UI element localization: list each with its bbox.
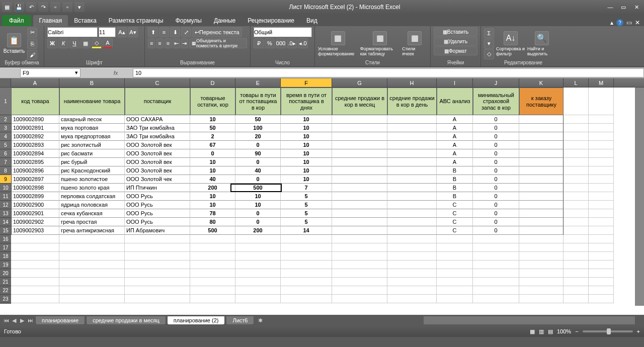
cell[interactable] [519, 235, 564, 243]
cell[interactable] [519, 115, 564, 124]
cell[interactable]: 80 [190, 218, 235, 226]
cell[interactable]: 1009002891 [11, 124, 59, 132]
cell[interactable] [589, 88, 614, 115]
cell[interactable]: C [437, 201, 473, 209]
cell[interactable] [190, 235, 235, 243]
bold-button[interactable]: Ж [47, 38, 57, 48]
cell[interactable] [564, 158, 589, 166]
cell[interactable] [387, 261, 437, 269]
cell[interactable] [437, 269, 473, 278]
cell[interactable] [332, 149, 387, 158]
select-all-corner[interactable] [0, 78, 11, 87]
cell[interactable]: ИП Птичкин [125, 184, 190, 192]
cell[interactable]: 50 [190, 124, 235, 132]
row-header[interactable]: 16 [0, 235, 11, 243]
cell[interactable]: 10 [190, 166, 235, 175]
cell[interactable] [564, 209, 589, 218]
cell[interactable] [387, 269, 437, 278]
row-header[interactable]: 3 [0, 124, 11, 132]
maximize-icon[interactable]: ▭ [618, 3, 629, 12]
cell[interactable] [473, 286, 519, 295]
cell[interactable] [332, 141, 387, 149]
cell[interactable] [589, 209, 614, 218]
cell[interactable]: перловка солдатская [59, 192, 125, 201]
cell[interactable] [387, 158, 437, 166]
layout-tab[interactable]: Разметка страницы [103, 15, 170, 26]
cell[interactable] [332, 158, 387, 166]
cell[interactable]: 1009002896 [11, 166, 59, 175]
row-header[interactable]: 20 [0, 269, 11, 278]
cell[interactable]: C [437, 218, 473, 226]
cell[interactable] [59, 243, 125, 252]
cell[interactable]: средние продажи в кор в день [387, 88, 437, 115]
cell[interactable] [59, 286, 125, 295]
cell[interactable] [125, 269, 190, 278]
decrease-font-icon[interactable]: A▾ [128, 27, 138, 37]
zoom-slider[interactable] [583, 330, 633, 332]
sort-filter-button[interactable]: A↓Сортировка и фильтр [496, 31, 525, 56]
cell[interactable]: 5 [281, 201, 332, 209]
cell[interactable] [332, 132, 387, 141]
cell[interactable] [564, 278, 589, 286]
cell[interactable]: время в пути от поставщика в днях [281, 88, 332, 115]
new-sheet-icon[interactable]: ✱ [256, 316, 264, 324]
cell[interactable] [564, 88, 589, 115]
cell[interactable] [564, 201, 589, 209]
autosum-icon[interactable]: Σ [484, 28, 494, 38]
cell[interactable] [437, 261, 473, 269]
row-header[interactable]: 5 [0, 141, 11, 149]
formulas-tab[interactable]: Формулы [170, 15, 208, 26]
cell[interactable] [190, 269, 235, 278]
cell[interactable]: ООО Русь [125, 201, 190, 209]
cell[interactable] [437, 243, 473, 252]
view-tab[interactable]: Вид [300, 15, 324, 26]
file-tab[interactable]: Файл [2, 15, 31, 26]
currency-icon[interactable]: ₽ [254, 38, 264, 48]
sheet-tab[interactable]: планирование (2) [167, 316, 225, 325]
cell[interactable] [11, 295, 59, 303]
underline-button[interactable]: Ч [69, 38, 79, 48]
cell[interactable] [473, 235, 519, 243]
row-header[interactable]: 6 [0, 149, 11, 158]
decrease-indent-icon[interactable]: ⇤ [173, 38, 180, 48]
cell[interactable]: A [437, 132, 473, 141]
cell[interactable]: ООО Золотой век [125, 141, 190, 149]
cell[interactable]: ядрица половская [59, 201, 125, 209]
cell[interactable] [564, 141, 589, 149]
cell[interactable] [387, 278, 437, 286]
cell-styles-button[interactable]: ▦Стили ячеек [402, 31, 427, 56]
orientation-icon[interactable]: ⤢ [181, 27, 191, 37]
cell[interactable]: 0 [473, 226, 519, 235]
cell[interactable] [473, 278, 519, 286]
cell[interactable]: греча антикризисная [59, 226, 125, 235]
cell[interactable] [589, 184, 614, 192]
delete-cells-button[interactable]: ▦ Удалить [434, 37, 477, 46]
qat-btn[interactable]: ▫ [50, 2, 60, 12]
clear-icon[interactable]: ◇ [484, 49, 494, 59]
home-tab[interactable]: Главная [33, 15, 68, 26]
cell[interactable] [190, 243, 235, 252]
window-close-icon[interactable]: ✕ [635, 19, 640, 26]
cell[interactable]: A [437, 149, 473, 158]
cell[interactable] [387, 295, 437, 303]
cell[interactable] [281, 286, 332, 295]
cell[interactable] [519, 226, 564, 235]
sheet-nav-prev-icon[interactable]: ◀ [10, 316, 18, 324]
cell[interactable]: 0 [473, 166, 519, 175]
cell[interactable] [332, 295, 387, 303]
row-header[interactable]: 4 [0, 132, 11, 141]
cell[interactable] [59, 269, 125, 278]
minimize-icon[interactable]: — [605, 3, 616, 12]
cell[interactable]: 1009002897 [11, 175, 59, 184]
cell[interactable] [519, 269, 564, 278]
cell[interactable] [332, 278, 387, 286]
align-center-icon[interactable]: ≡ [156, 38, 163, 48]
cell[interactable]: наименование товара [59, 88, 125, 115]
insert-tab[interactable]: Вставка [68, 15, 103, 26]
wrap-text-button[interactable]: ↩ Перенос текста [192, 27, 242, 37]
percent-icon[interactable]: % [265, 38, 275, 48]
cell[interactable] [281, 269, 332, 278]
cell[interactable] [589, 201, 614, 209]
cell[interactable] [589, 261, 614, 269]
cell[interactable]: 0 [473, 124, 519, 132]
